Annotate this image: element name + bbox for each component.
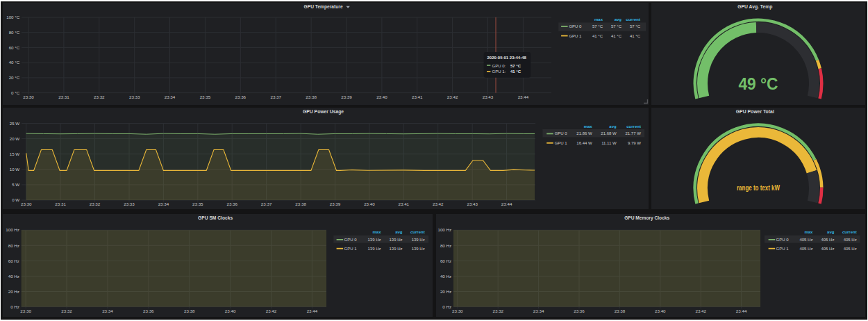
svg-text:avg: avg (615, 17, 622, 22)
svg-text:23:41: 23:41 (412, 94, 423, 99)
svg-text:23:43: 23:43 (483, 94, 494, 99)
svg-text:23:43: 23:43 (467, 201, 478, 206)
svg-text:20 °C: 20 °C (9, 75, 20, 80)
svg-text:405 Hz: 405 Hz (821, 246, 834, 250)
svg-text:139 Hz: 139 Hz (412, 237, 425, 241)
svg-text:max: max (584, 124, 593, 129)
svg-text:GPU 0:: GPU 0: (492, 64, 506, 68)
svg-text:GPU Memory Clocks: GPU Memory Clocks (624, 215, 669, 221)
svg-text:0 °C: 0 °C (11, 90, 20, 95)
svg-text:GPU Power Total: GPU Power Total (736, 108, 774, 115)
svg-text:405 Hz: 405 Hz (821, 237, 834, 241)
svg-text:23:39: 23:39 (341, 94, 352, 99)
svg-text:23:34: 23:34 (158, 201, 169, 206)
svg-text:60 °C: 60 °C (9, 45, 20, 50)
svg-text:41 °C: 41 °C (630, 34, 641, 38)
svg-text:23:34: 23:34 (165, 94, 176, 99)
svg-text:20 Hz: 20 Hz (8, 288, 19, 293)
svg-text:20 Hz: 20 Hz (440, 288, 451, 293)
svg-text:GPU 1:: GPU 1: (492, 69, 506, 74)
svg-text:23:44: 23:44 (736, 308, 747, 313)
svg-text:max: max (804, 229, 813, 233)
svg-text:avg: avg (609, 124, 617, 129)
svg-text:GPU 0: GPU 0 (344, 237, 358, 241)
svg-text:41 °C: 41 °C (510, 69, 521, 74)
svg-text:25 W: 25 W (10, 120, 20, 125)
svg-text:23:32: 23:32 (94, 94, 105, 99)
svg-text:23:34: 23:34 (533, 308, 544, 313)
svg-text:current: current (842, 229, 857, 233)
svg-text:23:38: 23:38 (306, 94, 317, 99)
svg-text:23:35: 23:35 (200, 94, 211, 99)
svg-text:current: current (626, 17, 640, 22)
svg-text:41 °C: 41 °C (611, 34, 622, 38)
svg-text:80 Hz: 80 Hz (440, 242, 451, 247)
svg-text:9.79 W: 9.79 W (628, 140, 641, 145)
svg-text:23:41: 23:41 (399, 201, 410, 206)
svg-text:GPU 0: GPU 0 (569, 24, 582, 28)
svg-text:23:42: 23:42 (433, 201, 444, 206)
svg-text:23:36: 23:36 (235, 94, 247, 99)
svg-text:139 Hz: 139 Hz (412, 246, 425, 250)
svg-text:23:35: 23:35 (192, 201, 203, 206)
svg-text:GPU 1: GPU 1 (344, 246, 358, 250)
svg-text:16.44 W: 16.44 W (576, 140, 592, 145)
svg-text:0 Hz: 0 Hz (10, 304, 19, 308)
svg-text:21.68 W: 21.68 W (601, 131, 617, 135)
svg-text:23:44: 23:44 (518, 94, 529, 99)
svg-text:GPU 1: GPU 1 (555, 140, 568, 145)
svg-text:23:38: 23:38 (615, 308, 626, 313)
svg-text:2020-05-01 23:44:48: 2020-05-01 23:44:48 (487, 56, 527, 60)
svg-text:23:33: 23:33 (129, 94, 140, 99)
svg-text:139 Hz: 139 Hz (367, 246, 381, 250)
svg-text:GPU 1: GPU 1 (776, 246, 790, 250)
svg-text:139 Hz: 139 Hz (389, 246, 402, 250)
svg-text:max: max (372, 229, 381, 233)
svg-text:23:42: 23:42 (266, 308, 277, 313)
svg-text:23:31: 23:31 (55, 201, 66, 206)
svg-text:139 Hz: 139 Hz (389, 237, 402, 241)
svg-text:23:30: 23:30 (20, 308, 31, 313)
svg-text:23:37: 23:37 (270, 94, 281, 99)
svg-text:23:42: 23:42 (447, 94, 458, 99)
svg-text:57 °C: 57 °C (611, 24, 622, 28)
svg-text:avg: avg (395, 229, 403, 233)
svg-text:GPU 1: GPU 1 (569, 34, 582, 38)
svg-text:41 °C: 41 °C (592, 34, 603, 38)
svg-text:23:38: 23:38 (295, 201, 306, 206)
svg-text:40 Hz: 40 Hz (8, 273, 19, 278)
svg-text:80 Hz: 80 Hz (8, 242, 19, 247)
svg-text:100 °C: 100 °C (6, 15, 20, 19)
svg-text:23:30: 23:30 (452, 308, 463, 313)
svg-text:15 W: 15 W (10, 151, 20, 156)
svg-text:GPU SM Clocks: GPU SM Clocks (198, 215, 233, 221)
svg-text:23:40: 23:40 (225, 308, 236, 313)
svg-text:GPU 0: GPU 0 (555, 131, 568, 135)
svg-text:23:36: 23:36 (143, 308, 154, 313)
svg-text:49 °C: 49 °C (739, 74, 778, 93)
svg-text:21.86 W: 21.86 W (576, 131, 592, 135)
svg-text:23:37: 23:37 (261, 201, 272, 206)
svg-text:405 Hz: 405 Hz (844, 246, 857, 250)
svg-text:23:44: 23:44 (501, 201, 512, 206)
svg-text:57 °C: 57 °C (510, 64, 521, 68)
svg-text:23:40: 23:40 (376, 94, 387, 99)
svg-text:23:36: 23:36 (574, 308, 585, 313)
svg-text:23:40: 23:40 (364, 201, 375, 206)
svg-text:23:30: 23:30 (23, 94, 34, 99)
svg-text:23:38: 23:38 (184, 308, 195, 313)
svg-text:current: current (626, 124, 641, 129)
svg-text:405 Hz: 405 Hz (844, 237, 857, 241)
svg-text:23:36: 23:36 (226, 201, 237, 206)
svg-text:20 W: 20 W (10, 135, 20, 140)
svg-text:100 Hz: 100 Hz (437, 227, 451, 232)
svg-text:23:32: 23:32 (90, 201, 101, 206)
svg-text:23:44: 23:44 (307, 308, 318, 313)
svg-text:23:32: 23:32 (61, 308, 72, 313)
svg-text:10 W: 10 W (10, 167, 20, 172)
svg-text:range to text kW: range to text kW (737, 183, 780, 192)
svg-text:57 °C: 57 °C (592, 24, 603, 28)
svg-text:GPU 0: GPU 0 (776, 237, 790, 241)
svg-text:23:33: 23:33 (124, 201, 135, 206)
svg-text:23:40: 23:40 (655, 308, 666, 313)
